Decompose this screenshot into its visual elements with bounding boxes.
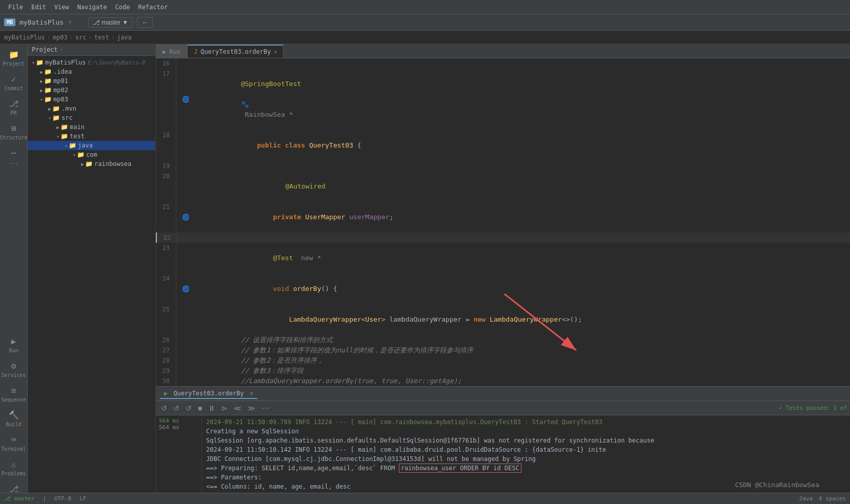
- code-editor[interactable]: 16 17 🌀 @SpringBootTest 🐾 RainbowSea *: [156, 58, 850, 386]
- menu-navigate[interactable]: Navigate: [73, 3, 111, 12]
- run-tab-close[interactable]: ×: [250, 390, 253, 397]
- sidebar-item-build[interactable]: 🔨 Build: [1, 407, 27, 430]
- sidebar-item-more[interactable]: ⋯ ...: [1, 144, 27, 168]
- services-icon: ⚙: [9, 361, 19, 371]
- sidebar-label-run: Run: [9, 348, 18, 353]
- more-icon: ⋯: [9, 148, 19, 158]
- run-log-line: Creating a new SqlSession: [206, 427, 846, 436]
- breadcrumb-part[interactable]: test: [94, 34, 109, 41]
- java-file-icon: J: [194, 48, 197, 55]
- main-layout: 📁 Project ✓ Commit ⎇ PR ⊞ Structure ⋯ ..…: [0, 44, 850, 504]
- stop-button[interactable]: ■: [196, 403, 204, 413]
- tree-item-mp03[interactable]: ▾ 📁 mp03: [28, 95, 155, 104]
- code-line-23: 23 @Test new *: [156, 243, 850, 274]
- branch-button[interactable]: ⎇ master ▼: [88, 17, 133, 28]
- folder-icon: 📁: [9, 49, 19, 59]
- tree-item-mp02[interactable]: ▶ 📁 mp02: [28, 86, 155, 95]
- breadcrumb-part[interactable]: java: [117, 34, 132, 41]
- sidebar-item-sequence[interactable]: ≡ Sequence: [1, 382, 27, 406]
- tab-close-button[interactable]: ×: [274, 49, 277, 55]
- top-menu-bar: File Edit View Navigate Code Refactor: [0, 0, 850, 14]
- menu-file[interactable]: File: [4, 3, 27, 12]
- branch-icon: ⎇: [93, 19, 100, 26]
- tree-item-mp01[interactable]: ▶ 📁 mp01: [28, 76, 155, 86]
- project-panel-header: Project ▾: [28, 44, 155, 56]
- run-icon-tab: ▶: [163, 48, 166, 55]
- run-toolbar: ↺ ↺ ↺ ■ ⏸ ⊳ ≪ ≫ ⋯ ✓ Tests passed: 1 of: [156, 401, 850, 415]
- menu-edit[interactable]: Edit: [27, 3, 50, 12]
- run-left-row: 564 ms 564 ms 2024-09-21 11:50:09.789 IN…: [156, 415, 850, 504]
- run-time-panel: 564 ms 564 ms: [156, 415, 202, 504]
- gutter-run-24: 🌀: [180, 274, 191, 304]
- code-line-22: 22: [156, 233, 850, 243]
- rerun2-button[interactable]: ↺: [171, 403, 181, 413]
- code-line-24: 24 🌀 void orderBy() {: [156, 274, 850, 304]
- rerun-button[interactable]: ↺: [159, 403, 169, 413]
- editor-tabs: ▶ Run J QueryTest03.orderBy ×: [156, 44, 850, 58]
- gutter-run-17: 🌀: [180, 69, 191, 130]
- tree-item-idea[interactable]: ▶ 📁 .idea: [28, 67, 155, 76]
- tree-item-com[interactable]: ▾ 📁 com: [28, 150, 155, 159]
- code-line-20: 20 @Autowired: [156, 171, 850, 202]
- code-line-25: 25 LambdaQueryWrapper<User> lambdaQueryW…: [156, 304, 850, 335]
- code-line-29: 29 // 参数3：排序字段: [156, 366, 850, 376]
- sequence-icon: ≡: [9, 385, 19, 395]
- sidebar-item-commit[interactable]: ✓ Commit: [1, 71, 27, 94]
- status-git: ⎇ master: [4, 495, 34, 502]
- sidebar-label-build: Build: [6, 422, 21, 427]
- tab-querytest03[interactable]: J QueryTest03.orderBy ×: [187, 45, 284, 58]
- left-sidebar: 📁 Project ✓ Commit ⎇ PR ⊞ Structure ⋯ ..…: [0, 44, 28, 504]
- code-line-26: 26 // 设置排序字段和排序的方式: [156, 335, 850, 345]
- test-status: ✓ Tests passed: 1 of: [779, 405, 847, 411]
- breadcrumb-part[interactable]: mp03: [53, 34, 68, 41]
- tree-item-main[interactable]: ▶ 📁 main: [28, 122, 155, 132]
- tree-item-src[interactable]: ▾ 📁 src: [28, 113, 155, 122]
- sidebar-item-project[interactable]: 📁 Project: [1, 46, 27, 70]
- sidebar-item-services[interactable]: ⚙ Services: [1, 358, 27, 381]
- code-line-17: 17 🌀 @SpringBootTest 🐾 RainbowSea *: [156, 69, 850, 130]
- step4-button[interactable]: ≫: [246, 403, 257, 413]
- tree-root[interactable]: ▾ 📁 myBatisPlus E:\Java\MyBatis-P: [28, 58, 155, 67]
- git-icon: ⎇: [9, 484, 19, 494]
- step-button[interactable]: ⏸: [206, 403, 217, 413]
- more-run-options[interactable]: ⋯: [259, 403, 272, 413]
- sidebar-item-terminal[interactable]: ⌨ Terminal: [1, 431, 27, 455]
- sidebar-item-structure[interactable]: ⊞ Structure: [1, 120, 27, 143]
- menu-view[interactable]: View: [50, 3, 73, 12]
- project-toolbar: MB myBatisPlus ▼ ⎇ master ▼ ←: [0, 14, 850, 31]
- sidebar-item-pr[interactable]: ⎇ PR: [1, 95, 27, 119]
- tab-run[interactable]: ▶ Run: [156, 45, 187, 58]
- sidebar-item-problems[interactable]: ⚠ Problems: [1, 456, 27, 479]
- breadcrumb-part[interactable]: myBatisPlus: [4, 34, 45, 41]
- gutter-run-21: 🌀: [180, 202, 191, 233]
- menu-refactor[interactable]: Refactor: [134, 3, 172, 12]
- run-tab-querytest[interactable]: ▶ QueryTest03.orderBy ×: [160, 389, 257, 399]
- status-line-ending: LF: [79, 495, 86, 502]
- code-line-18: 18 public class QueryTest03 {: [156, 130, 850, 161]
- code-line-27: 27 // 参数1：如果排序字段的值为null的时候，是否还要作为排序字段参与排…: [156, 345, 850, 355]
- step2-button[interactable]: ⊳: [219, 403, 230, 413]
- run-log-line: ==> Parameters:: [206, 473, 846, 482]
- step3-button[interactable]: ≪: [232, 403, 244, 413]
- rerun3-button[interactable]: ↺: [184, 403, 194, 413]
- run-time-2: 564 ms: [159, 424, 198, 431]
- run-log-line: 2024-09-21 11:50:09.789 INFO 13224 --- […: [206, 417, 846, 427]
- project-panel-title: Project: [32, 46, 58, 53]
- tree-item-rainbowsea[interactable]: ▶ 📁 rainbowsea: [28, 159, 155, 169]
- project-badge: MB: [4, 18, 15, 26]
- sidebar-item-run[interactable]: ▶ Run: [1, 333, 27, 356]
- structure-icon: ⊞: [9, 123, 19, 133]
- tree-item-java[interactable]: ▾ 📁 java: [28, 141, 155, 150]
- code-line-28: 28 // 参数2：是否升序排序，: [156, 355, 850, 366]
- code-line-19: 19: [156, 161, 850, 171]
- back-button[interactable]: ←: [137, 17, 153, 28]
- menu-code[interactable]: Code: [111, 3, 134, 12]
- tree-item-test[interactable]: ▾ 📁 test: [28, 132, 155, 141]
- breadcrumb-part[interactable]: src: [75, 34, 87, 41]
- tree-item-mvn[interactable]: ▶ 📁 .mvn: [28, 104, 155, 113]
- sidebar-label-pr: PR: [10, 110, 16, 116]
- sidebar-label-more: ...: [9, 159, 18, 165]
- project-name[interactable]: myBatisPlus: [19, 18, 64, 26]
- run-time-1: 564 ms: [159, 417, 198, 424]
- build-icon: 🔨: [9, 410, 19, 420]
